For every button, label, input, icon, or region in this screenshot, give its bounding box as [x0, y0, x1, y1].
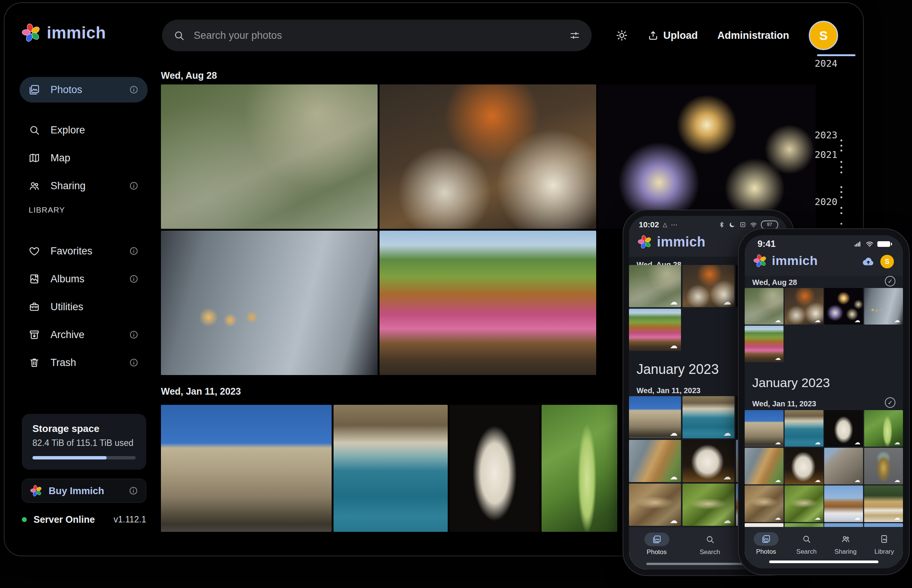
- photo-bust2[interactable]: [683, 440, 734, 482]
- sidebar-item-sharing[interactable]: Sharing: [19, 173, 148, 199]
- storage-progress-bar: [32, 456, 136, 459]
- photo-plant[interactable]: [864, 410, 903, 447]
- buy-immich-button[interactable]: Buy Immich: [22, 479, 146, 503]
- photo-lizard1[interactable]: [629, 484, 681, 526]
- phone-status-bar: 9:41: [745, 239, 903, 249]
- photo-dinner[interactable]: [683, 265, 734, 307]
- photo-park[interactable]: [629, 309, 681, 351]
- photo-hands[interactable]: [161, 231, 378, 375]
- info-icon[interactable]: [129, 358, 139, 367]
- info-icon[interactable]: [129, 85, 139, 95]
- map-icon: [29, 152, 40, 163]
- search-filter-icon[interactable]: [569, 30, 580, 41]
- sidebar-item-utilities[interactable]: Utilities: [19, 294, 148, 320]
- date-header-jan: Wed, Jan 11, 2023: [161, 386, 241, 397]
- phone-mockup-ios: 9:41 immich S Wed, Aug 28 ✓ January 2023…: [738, 228, 910, 575]
- photo-coast[interactable]: [784, 410, 823, 447]
- photo-fortress[interactable]: [161, 405, 332, 532]
- sidebar-item-favorites[interactable]: Favorites: [19, 238, 148, 264]
- nav-item-sharing[interactable]: Sharing: [835, 532, 857, 556]
- photo-coast[interactable]: [334, 405, 448, 532]
- search-input[interactable]: [193, 29, 561, 42]
- info-icon[interactable]: [129, 330, 139, 339]
- info-icon[interactable]: [129, 486, 138, 496]
- photo-bust[interactable]: [450, 405, 540, 532]
- photo-bust[interactable]: [824, 410, 863, 447]
- photo-fireworks[interactable]: [598, 84, 815, 229]
- photo-fortress[interactable]: [745, 410, 783, 447]
- status-time: 9:41: [757, 239, 776, 249]
- photo-park[interactable]: [745, 326, 783, 362]
- immich-flower-icon: [637, 234, 652, 250]
- date-header-aug: Wed, Aug 28: [161, 70, 217, 81]
- search-icon: [173, 30, 185, 41]
- photo-coast[interactable]: [683, 396, 734, 438]
- search-bar[interactable]: [162, 19, 592, 51]
- user-avatar[interactable]: S: [880, 255, 894, 268]
- photo-park[interactable]: [379, 231, 596, 375]
- immich-flower-icon: [753, 254, 767, 268]
- select-all-check-icon[interactable]: ✓: [885, 276, 896, 286]
- phone-date-header: Wed, Jan 11, 2023: [636, 386, 701, 395]
- photo-fortress[interactable]: [629, 396, 681, 438]
- nav-item-photos[interactable]: Photos: [644, 533, 669, 556]
- sidebar-item-photos[interactable]: Photos: [19, 77, 148, 103]
- theme-toggle-button[interactable]: [616, 29, 628, 42]
- scrubber-year-2024[interactable]: 2024: [806, 58, 838, 69]
- home-indicator[interactable]: [769, 561, 878, 563]
- photo-lizard2[interactable]: [784, 485, 823, 522]
- info-icon[interactable]: [129, 246, 139, 256]
- photo-beach[interactable]: [629, 440, 681, 482]
- select-all-check-icon[interactable]: ✓: [885, 397, 896, 408]
- stage: immich Upload Administration S Photos: [0, 0, 912, 588]
- photo-village[interactable]: [864, 485, 903, 522]
- photo-dinner[interactable]: [379, 84, 596, 229]
- administration-link[interactable]: Administration: [717, 30, 789, 42]
- user-avatar[interactable]: S: [809, 21, 838, 50]
- sidebar-item-map[interactable]: Map: [19, 145, 148, 171]
- photo-monkeys[interactable]: [745, 288, 783, 325]
- sidebar-item-explore[interactable]: Explore: [19, 117, 148, 143]
- sidebar-item-trash[interactable]: Trash: [19, 350, 148, 375]
- photo-fireworks[interactable]: [824, 288, 863, 325]
- sidebar-item-archive[interactable]: Archive: [19, 322, 148, 347]
- upload-button[interactable]: Upload: [647, 30, 698, 42]
- info-icon[interactable]: [129, 274, 139, 284]
- photo-lizard2[interactable]: [683, 484, 734, 526]
- photo-church[interactable]: [824, 485, 863, 522]
- info-icon[interactable]: [129, 181, 139, 191]
- scrubber-position-line[interactable]: [817, 54, 856, 56]
- scrubber-year-2021[interactable]: 2021: [806, 149, 838, 160]
- photo-monkeys[interactable]: [629, 265, 681, 307]
- people-icon: [841, 532, 850, 546]
- scrubber-year-2020[interactable]: 2020: [806, 196, 838, 207]
- scrubber-year-2023[interactable]: 2023: [806, 130, 838, 141]
- storage-title: Storage space: [32, 423, 100, 435]
- phone-app-logo: immich: [637, 234, 705, 250]
- storage-space-card: Storage space 82.4 TiB of 115.1 TiB used: [22, 414, 146, 470]
- photo-monkeys[interactable]: [161, 84, 378, 229]
- status-time: 10:02: [639, 220, 659, 229]
- phone-date-header: Wed, Jan 11, 2023: [752, 399, 816, 408]
- phone-date-header: Wed, Aug 28: [752, 278, 797, 287]
- photo-hands[interactable]: [864, 288, 903, 325]
- no-sim-icon: [739, 221, 746, 228]
- nav-item-photos[interactable]: Photos: [754, 532, 779, 556]
- photo-plant[interactable]: [542, 405, 617, 532]
- sidebar-item-albums[interactable]: Albums: [19, 266, 148, 292]
- phone-app-logo: immich: [753, 253, 818, 268]
- photo-beach[interactable]: [745, 448, 783, 485]
- nav-item-search[interactable]: Search: [796, 532, 817, 556]
- nav-item-library[interactable]: Library: [874, 532, 894, 556]
- backup-cloud-icon[interactable]: [862, 255, 875, 268]
- brand-wordmark: immich: [47, 23, 106, 42]
- photo-lizard1[interactable]: [745, 485, 783, 522]
- app-logo[interactable]: immich: [21, 23, 106, 43]
- photo-dinner[interactable]: [784, 288, 823, 325]
- photos-icon: [754, 532, 779, 546]
- photo-ornament[interactable]: [864, 448, 903, 485]
- battery-indicator: 97: [761, 221, 778, 229]
- nav-item-search[interactable]: Search: [700, 533, 720, 556]
- photo-bust2[interactable]: [784, 448, 823, 485]
- photo-ruins[interactable]: [824, 448, 863, 485]
